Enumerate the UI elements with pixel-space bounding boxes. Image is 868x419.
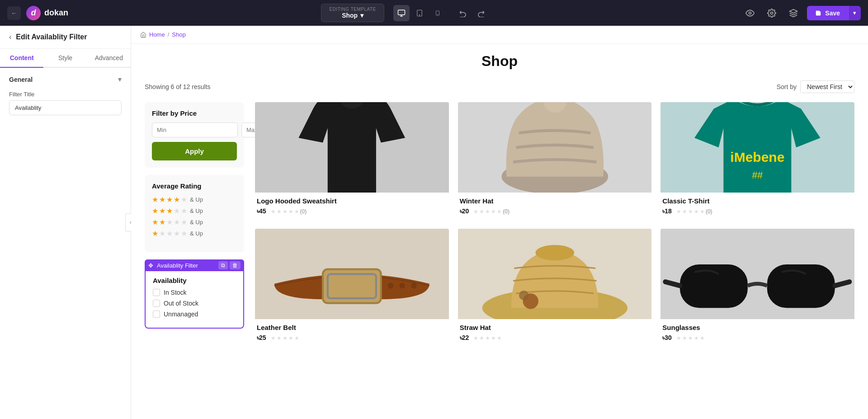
products-grid: Logo Hooded Sweatshirt ৳45 ★ ★ ★ ★: [255, 102, 854, 355]
star-filled: ★: [166, 207, 173, 215]
average-rating-title: Average Rating: [152, 182, 237, 190]
tablet-device-button[interactable]: [411, 5, 428, 21]
availability-filter-body: Availablity In Stock Out of Stock: [146, 271, 243, 328]
filter-title-input[interactable]: [9, 100, 122, 115]
svg-point-27: [535, 245, 574, 260]
star-empty: ★: [181, 195, 187, 204]
breadcrumb-shop[interactable]: Shop: [172, 31, 185, 38]
editing-template-button[interactable]: EDITING TEMPLATE Shop: [321, 4, 384, 22]
rating-row-1[interactable]: ★ ★ ★ ★ ★ & Up: [152, 229, 237, 238]
desktop-device-button[interactable]: [393, 5, 410, 21]
back-icon: ←: [11, 9, 17, 17]
product-name-sunglasses: Sunglasses: [662, 324, 853, 331]
shop-container: Shop Showing 6 of 12 results Sort by New…: [131, 44, 868, 364]
checkbox-instock[interactable]: [153, 289, 160, 296]
product-price-row-sunglasses: ৳30 ★ ★ ★ ★ ★: [662, 334, 853, 342]
layers-button[interactable]: [785, 5, 802, 21]
mobile-device-button[interactable]: [429, 5, 446, 21]
tab-style[interactable]: Style: [43, 49, 87, 68]
product-info-sunglasses: Sunglasses ৳30 ★ ★ ★ ★ ★: [660, 319, 854, 346]
product-name-hoodie: Logo Hooded Sweatshirt: [257, 197, 447, 205]
canvas-inner: Home / Shop Shop Showing 6 of 12 results…: [131, 26, 868, 419]
undo-button[interactable]: [455, 5, 471, 21]
product-price-row-tshirt: ৳18 ★ ★ ★ ★ ★ (0): [662, 207, 853, 215]
monitor-icon: [397, 9, 406, 17]
general-section-toggle[interactable]: ▾: [118, 75, 122, 84]
availability-filter-wrapper: ✥ Availablity Filter ⧉ 🗑 Availablity: [145, 259, 244, 329]
checkbox-unmanaged[interactable]: [153, 311, 160, 318]
back-button[interactable]: ←: [7, 6, 21, 20]
left-panel: ‹ Edit Availablity Filter Content Style …: [0, 26, 131, 419]
price-min-input[interactable]: [152, 122, 238, 137]
rating-label-4: & Up: [190, 196, 203, 203]
panel-back-button[interactable]: ‹: [9, 33, 11, 41]
star-empty: ★: [181, 218, 187, 226]
sidebar-filters: Filter by Price Apply Average Rating: [145, 102, 244, 355]
showing-results: Showing 6 of 12 results: [145, 83, 211, 90]
product-name-tshirt: Classic T-Shirt: [662, 197, 853, 205]
product-image-tshirt: iMebene ##: [660, 102, 854, 193]
svg-point-6: [771, 12, 773, 14]
delete-filter-button[interactable]: 🗑: [230, 261, 241, 269]
star-empty: ★: [166, 218, 173, 226]
product-name-straw: Straw Hat: [460, 324, 650, 331]
stars-3: ★ ★ ★ ★ ★: [152, 207, 187, 215]
apply-button[interactable]: Apply: [152, 142, 237, 160]
layers-icon: [789, 9, 798, 18]
clone-filter-button[interactable]: ⧉: [218, 261, 228, 269]
star-filled: ★: [152, 218, 158, 226]
eye-icon: [745, 9, 755, 18]
breadcrumb: Home / Shop: [131, 26, 868, 44]
rating-row-2[interactable]: ★ ★ ★ ★ ★ & Up: [152, 218, 237, 226]
check-item-outofstock[interactable]: Out of Stock: [153, 300, 236, 307]
svg-point-26: [519, 290, 528, 300]
rating-row-4[interactable]: ★ ★ ★ ★ ★ & Up: [152, 195, 237, 204]
check-item-unmanaged[interactable]: Unmanaged: [153, 311, 236, 318]
star-empty: ★: [174, 218, 180, 226]
availability-filter-icons: ⧉ 🗑: [218, 261, 241, 269]
svg-rect-19: [348, 277, 356, 295]
undo-icon: [459, 9, 467, 17]
star-filled: ★: [159, 218, 165, 226]
product-info-tshirt: Classic T-Shirt ৳18 ★ ★ ★ ★ ★: [660, 193, 854, 220]
filter-title-label: Filter Title: [9, 91, 122, 98]
dokan-logo-icon: d: [26, 6, 41, 20]
sunglasses-svg: [660, 229, 854, 319]
panel-body: General ▾ Filter Title: [0, 68, 131, 419]
product-price-hoodie: ৳45: [257, 207, 266, 215]
general-section-header: General ▾: [9, 75, 122, 84]
star-filled: ★: [159, 195, 165, 204]
svg-rect-0: [398, 10, 405, 15]
save-button[interactable]: Save: [807, 6, 848, 20]
breadcrumb-separator: /: [168, 31, 170, 38]
settings-button[interactable]: [764, 5, 780, 21]
product-price-sunglasses: ৳30: [662, 334, 672, 342]
device-switcher: [393, 5, 446, 21]
star-empty: ★: [174, 229, 180, 238]
preview-button[interactable]: [742, 5, 758, 21]
rating-row-3[interactable]: ★ ★ ★ ★ ★ & Up: [152, 207, 237, 215]
breadcrumb-home[interactable]: Home: [149, 31, 165, 38]
star-empty: ★: [166, 229, 173, 238]
redo-button[interactable]: [473, 5, 489, 21]
tab-advanced[interactable]: Advanced: [87, 49, 131, 68]
svg-point-5: [749, 12, 751, 14]
svg-point-20: [388, 282, 394, 288]
checkbox-outofstock[interactable]: [153, 300, 160, 307]
shop-layout: Filter by Price Apply Average Rating: [145, 102, 854, 355]
check-item-instock[interactable]: In Stock: [153, 289, 236, 296]
sort-select[interactable]: Newest First: [800, 80, 854, 93]
product-price-hat: ৳20: [460, 207, 469, 215]
filter-price-card: Filter by Price Apply: [145, 102, 244, 168]
filter-title-row: Filter Title: [9, 91, 122, 115]
product-image-sunglasses: [660, 229, 854, 319]
products-row-1: Logo Hooded Sweatshirt ৳45 ★ ★ ★ ★: [255, 102, 854, 220]
svg-text:##: ##: [752, 170, 763, 181]
product-rating-sunglasses: ★ ★ ★ ★ ★: [676, 335, 705, 341]
tab-content[interactable]: Content: [0, 49, 43, 68]
rating-label-3: & Up: [190, 207, 203, 214]
svg-point-21: [399, 282, 405, 288]
check-label-unmanaged: Unmanaged: [164, 311, 198, 318]
save-dropdown-button[interactable]: ▾: [848, 6, 861, 20]
product-price-tshirt: ৳18: [662, 207, 672, 215]
